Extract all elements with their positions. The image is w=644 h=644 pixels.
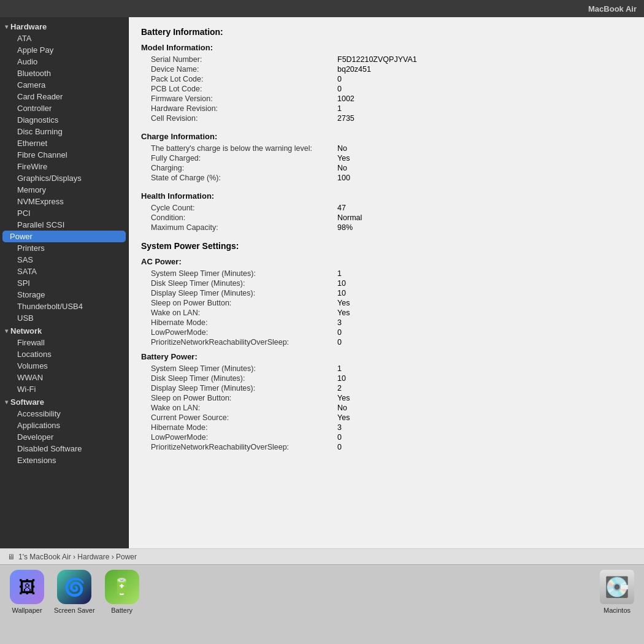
info-value: Normal (337, 213, 362, 222)
info-label: Cell Revision: (141, 114, 337, 123)
hardware-items: ATAApple PayAudioBluetoothCameraCard Rea… (0, 33, 128, 324)
sidebar-item-ethernet[interactable]: Ethernet (0, 137, 128, 149)
sidebar-item-usb[interactable]: USB (0, 312, 128, 324)
info-label: Wake on LAN: (141, 309, 337, 317)
sidebar-item-nvmexpress[interactable]: NVMExpress (0, 196, 128, 207)
drive-item[interactable]: 💽 Macintos (600, 570, 634, 614)
info-value: F5D12210ZVQPJYVA1 (337, 55, 417, 64)
battery-info-title: Battery Information: (141, 27, 632, 37)
taskbar-item-battery[interactable]: 🔋Battery (105, 570, 139, 614)
sidebar-item-audio[interactable]: Audio (0, 56, 128, 67)
info-label: Hardware Revision: (141, 104, 337, 113)
sidebar-item-locations[interactable]: Locations (0, 348, 128, 360)
info-value: 1 (337, 104, 342, 113)
info-value: 2735 (337, 114, 355, 123)
sidebar-item-card-reader[interactable]: Card Reader (0, 91, 128, 102)
info-label: Condition: (141, 213, 337, 222)
taskbar-item-wallpaper[interactable]: 🖼Wallpaper (10, 570, 44, 614)
info-label: PrioritizeNetworkReachabilityOverSleep: (141, 338, 337, 347)
info-value: 0 (337, 338, 342, 347)
sidebar-item-wifi[interactable]: Wi-Fi (0, 383, 128, 395)
sidebar-item-ata[interactable]: ATA (0, 33, 128, 44)
charge-info-group: Charge Information: The battery's charge… (141, 132, 632, 183)
battery-power-rows: System Sleep Timer (Minutes):1Disk Sleep… (141, 364, 632, 452)
sidebar-item-spi[interactable]: SPI (0, 277, 128, 289)
info-value: 0 (337, 328, 342, 337)
sidebar: ▾ Hardware ATAApple PayAudioBluetoothCam… (0, 17, 129, 548)
info-row: Cell Revision:2735 (141, 113, 632, 123)
info-value: 0 (337, 433, 342, 442)
sidebar-item-firewall[interactable]: Firewall (0, 337, 128, 348)
sidebar-item-power[interactable]: Power (2, 231, 126, 242)
battery-icon: 🔋 (105, 570, 139, 604)
info-row: Hibernate Mode:3 (141, 318, 632, 328)
network-chevron-icon: ▾ (5, 328, 8, 334)
info-row: Display Sleep Timer (Minutes):10 (141, 288, 632, 298)
sidebar-item-apple-pay[interactable]: Apple Pay (0, 44, 128, 56)
info-label: Display Sleep Timer (Minutes): (141, 289, 337, 297)
info-row: Sleep on Power Button:Yes (141, 298, 632, 308)
sidebar-item-applications[interactable]: Applications (0, 420, 128, 431)
info-row: Hardware Revision:1 (141, 104, 632, 113)
sidebar-item-parallel-scsi[interactable]: Parallel SCSI (0, 219, 128, 231)
sidebar-item-sata[interactable]: SATA (0, 266, 128, 277)
info-value: 47 (337, 204, 346, 212)
info-value: 100 (337, 174, 350, 182)
info-row: LowPowerMode:0 (141, 328, 632, 337)
breadcrumb-text: 1's MacBook Air › Hardware › Power (18, 553, 137, 561)
info-label: System Sleep Timer (Minutes): (141, 269, 337, 278)
sidebar-item-disc-burning[interactable]: Disc Burning (0, 126, 128, 137)
info-value: 10 (337, 289, 346, 297)
sidebar-item-pci[interactable]: PCI (0, 207, 128, 219)
info-value: Yes (337, 299, 350, 307)
info-row: Wake on LAN:No (141, 403, 632, 413)
info-label: Device Name: (141, 65, 337, 74)
sidebar-item-volumes[interactable]: Volumes (0, 360, 128, 372)
sidebar-item-firewire[interactable]: FireWire (0, 161, 128, 172)
sidebar-item-developer[interactable]: Developer (0, 431, 128, 443)
sidebar-item-sas[interactable]: SAS (0, 254, 128, 266)
hardware-chevron-icon: ▾ (5, 23, 8, 30)
info-row: Hibernate Mode:3 (141, 423, 632, 432)
battery-label: Battery (111, 607, 132, 614)
sidebar-item-controller[interactable]: Controller (0, 102, 128, 114)
info-row: Device Name:bq20z451 (141, 64, 632, 74)
sidebar-item-wwan[interactable]: WWAN (0, 372, 128, 383)
main-content: ▾ Hardware ATAApple PayAudioBluetoothCam… (0, 17, 644, 548)
sidebar-item-disabled-software[interactable]: Disabled Software (0, 443, 128, 454)
info-value: bq20z451 (337, 65, 371, 74)
sidebar-item-storage[interactable]: Storage (0, 289, 128, 301)
sidebar-item-printers[interactable]: Printers (0, 242, 128, 254)
sidebar-item-diagnostics[interactable]: Diagnostics (0, 114, 128, 126)
battery-power-label: Battery Power: (141, 352, 632, 361)
sidebar-item-bluetooth[interactable]: Bluetooth (0, 67, 128, 79)
sidebar-item-accessibility[interactable]: Accessibility (0, 408, 128, 420)
sidebar-item-memory[interactable]: Memory (0, 184, 128, 196)
sidebar-item-graphics-displays[interactable]: Graphics/Displays (0, 172, 128, 184)
ac-power-label: AC Power: (141, 257, 632, 266)
taskbar-icons: 🖼Wallpaper🌀Screen Saver🔋Battery (10, 570, 139, 614)
info-label: Sleep on Power Button: (141, 394, 337, 402)
info-label: Maximum Capacity: (141, 223, 337, 232)
info-row: System Sleep Timer (Minutes):1 (141, 364, 632, 374)
health-info-group: Health Information: Cycle Count:47Condit… (141, 191, 632, 232)
sidebar-item-camera[interactable]: Camera (0, 79, 128, 91)
sidebar-item-thunderbolt-usb4[interactable]: Thunderbolt/USB4 (0, 301, 128, 312)
info-row: Condition:Normal (141, 213, 632, 223)
info-row: Maximum Capacity:98% (141, 223, 632, 232)
health-info-rows: Cycle Count:47Condition:NormalMaximum Ca… (141, 203, 632, 232)
info-label: Hibernate Mode: (141, 423, 337, 432)
sidebar-item-extensions[interactable]: Extensions (0, 454, 128, 466)
title-bar: MacBook Air (0, 0, 644, 17)
info-label: LowPowerMode: (141, 328, 337, 337)
info-row: PCB Lot Code:0 (141, 84, 632, 94)
sidebar-section-hardware[interactable]: ▾ Hardware (0, 20, 128, 33)
info-value: 0 (337, 443, 342, 451)
taskbar-item-screen-saver[interactable]: 🌀Screen Saver (54, 570, 95, 614)
info-value: 3 (337, 423, 342, 432)
sidebar-section-software[interactable]: ▾ Software (0, 395, 128, 408)
sidebar-item-fibre-channel[interactable]: Fibre Channel (0, 149, 128, 161)
system-power-header: System Power Settings: (141, 241, 632, 251)
title-bar-text: MacBook Air (588, 4, 637, 13)
sidebar-section-network[interactable]: ▾ Network (0, 324, 128, 337)
